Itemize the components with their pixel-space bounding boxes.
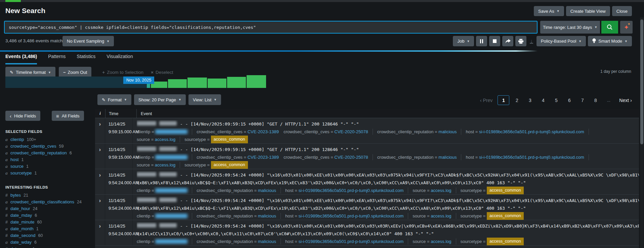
minus-icon: − [63,70,66,75]
field-link[interactable]: date_month [10,226,34,231]
page-number[interactable]: 3 [524,96,535,105]
field-link[interactable]: crowdsec_clientip_classifications [10,199,74,204]
tab-events[interactable]: Events (3,486) [5,54,37,64]
event-fields-line: clientip = crowdsec_clientip_reputation … [137,212,639,220]
field-link[interactable]: date_year [10,246,30,248]
field-link[interactable]: crowdsec_clientip_cves [10,144,56,149]
share-job-button[interactable] [502,36,513,46]
field-value-link[interactable]: access.log [155,161,175,169]
field-link[interactable]: date_minute [10,219,35,225]
page-number[interactable]: 5 [551,96,562,105]
tab-patterns[interactable]: Patterns [48,54,66,64]
stop-job-button[interactable] [489,36,500,46]
timeline-bar[interactable] [168,79,187,88]
page-number[interactable]: 6 [564,96,575,105]
create-table-view-button[interactable]: Create Table View [566,6,610,16]
field-value-link[interactable]: CVE-2020-25078 [334,153,368,161]
page-number[interactable]: 1 [498,95,509,105]
timeline-bar[interactable] [227,77,246,88]
field-value-link[interactable]: malicious [438,128,457,136]
plus-icon: + [102,70,105,75]
field-link[interactable]: bytes [10,193,21,198]
event-expand-toggle[interactable]: › [95,118,105,143]
event-time: 11/14/259:59:15.000 AM [105,144,133,169]
field-value-link[interactable]: si-i-01989bc3656c0a501.prd-p-tumj0.splun… [298,212,403,220]
field-value-link[interactable]: access.log [431,238,451,245]
tab-statistics[interactable]: Statistics [77,54,95,64]
field-link[interactable]: crowdsec_clientip_reputation [10,150,67,155]
tab-patterns-label: Patterns [48,54,66,59]
sourcetype-tag[interactable]: access_common [211,136,248,143]
event-timeline-chart[interactable]: Nov 10, 2025 [5,75,637,88]
sourcetype-tag[interactable]: access_common [487,212,524,220]
field-value-link[interactable]: CVE-2020-25078 [334,128,368,136]
time-range-picker[interactable]: Time range: Last 30 days ▼ [540,21,600,34]
page-number[interactable]: 4 [538,96,549,105]
close-button[interactable]: Close [612,6,632,16]
sourcetype-tag[interactable]: access_common [487,238,524,245]
timeline-bar[interactable] [208,79,226,88]
tab-visualization[interactable]: Visualization [106,54,133,64]
per-page-button[interactable]: Show: 20 Per Page ▼ [134,94,186,105]
pause-job-button[interactable] [476,36,487,46]
field-link[interactable]: date_hour [10,206,30,211]
sourcetype-tag[interactable]: access_common [487,187,524,194]
timeline-bar[interactable] [247,75,266,88]
event-expand-toggle[interactable]: › [95,169,105,194]
job-menu-button[interactable]: Job ▼ [453,36,474,46]
format-button[interactable]: ✎ Format ▼ [97,94,131,105]
field-value-link[interactable]: si-i-01989bc3656c0a501.prd-p-tumj0.splun… [298,187,403,194]
scrollbar-thumb[interactable] [640,19,643,144]
events-table: i Time Event ›11/14/259:59:15.000 AM- - … [95,109,639,248]
page-number[interactable]: 7 [577,96,588,105]
field-name: crowdsec_clientip_reputation [197,238,253,245]
page-number[interactable]: 8 [590,96,601,105]
field-value-link[interactable]: si-i-01989bc3656c0a501.prd-p-tumj0.splun… [479,153,584,161]
field-link[interactable]: source [10,164,24,169]
print-job-button[interactable] [515,36,526,46]
field-link[interactable]: host [10,157,19,162]
hide-fields-button[interactable]: ‹ Hide Fields [5,111,40,121]
ai-assistant-button[interactable]: ✦✦ [620,21,633,34]
page-number[interactable]: 2 [511,96,522,105]
event-expand-toggle[interactable]: › [95,144,105,169]
hide-fields-label: Hide Fields [14,113,36,118]
field-value-link[interactable]: access.log [431,187,451,194]
save-as-button[interactable]: Save As ▼ [534,6,564,16]
redacted-ip [159,147,177,151]
field-value-link[interactable]: malicious [258,238,276,245]
field-name: clientip [137,153,150,161]
field-link[interactable]: date_second [10,233,35,238]
field-value-link[interactable]: access.log [155,136,175,143]
event-clock: 9:59:15.000 AM [109,128,132,136]
field-value-link[interactable]: si-i-01989bc3656c0a501.prd-p-tumj0.splun… [479,128,584,136]
event-time: 11/14/259:54:24.000 AM [105,169,133,194]
field-value-link[interactable]: si-i-01989bc3656c0a501.prd-p-tumj0.splun… [298,238,403,245]
field-value-link[interactable]: malicious [258,212,276,220]
field-link[interactable]: date_wday [10,240,32,245]
field-link[interactable]: date_mday [10,213,32,218]
search-input[interactable]: sourcetype="access_common" | cssmoke ipf… [4,21,538,34]
event-expand-toggle[interactable]: › [95,195,105,220]
field-name: clientip [137,212,150,220]
all-fields-button[interactable]: ≡ All Fields [52,111,84,121]
search-mode-button[interactable]: Smart Mode ▼ [588,36,632,46]
field-value-link[interactable]: malicious [258,187,276,194]
view-mode-button[interactable]: View: List ▼ [188,94,221,105]
field-value-link[interactable]: access.log [431,212,451,220]
field-value-link[interactable]: malicious [438,153,457,161]
page-scrollbar[interactable] [640,17,644,248]
chevron-down-icon: ▼ [124,98,127,101]
field-link[interactable]: clientip [10,137,24,142]
sourcetype-tag[interactable]: access_common [211,161,248,169]
run-search-button[interactable] [601,21,618,34]
pool-selector-button[interactable]: Policy-Based Pool ▼ [536,36,586,46]
field-link[interactable]: sourcetype [10,170,32,176]
field-value-link[interactable]: CVE-2023-1389 [248,128,279,136]
equals-sign: = [294,212,299,220]
next-page-button[interactable]: Next › [619,97,632,103]
field-value-link[interactable]: CVE-2023-1389 [248,153,279,161]
event-sampling-button[interactable]: No Event Sampling ▼ [62,36,114,46]
timeline-bar[interactable] [187,78,207,88]
event-expand-toggle[interactable]: › [95,220,105,245]
